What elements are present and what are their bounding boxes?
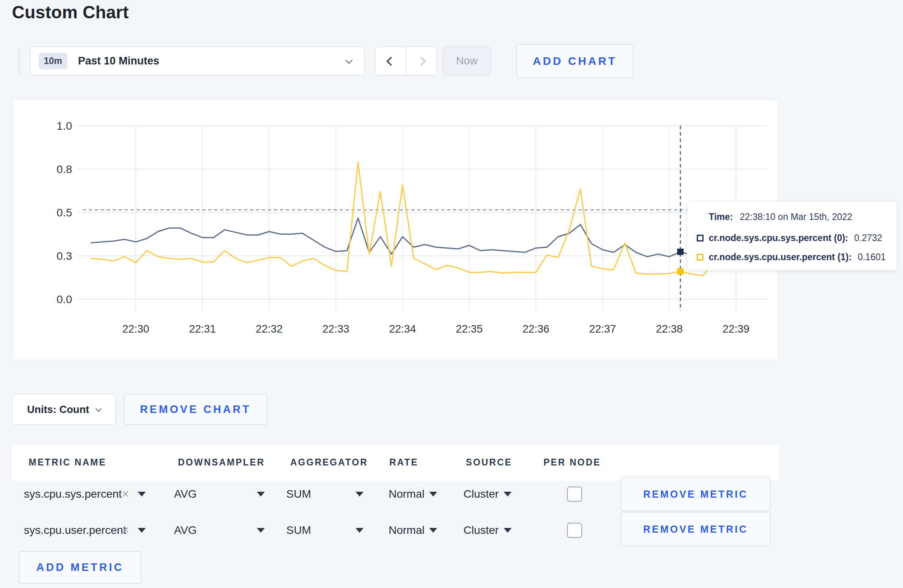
time-next-button[interactable] — [406, 47, 436, 75]
clear-metric-icon[interactable]: × — [122, 524, 129, 536]
time-range-label: Past 10 Minutes — [78, 55, 159, 67]
tooltip-series-user-label: cr.node.sys.cpu.user.percent (1): — [709, 252, 852, 263]
tooltip-series-user-value: 0.1601 — [858, 252, 885, 263]
metric-name-select[interactable]: sys.cpu.sys.percent — [24, 488, 122, 500]
remove-chart-button[interactable]: REMOVE CHART — [124, 394, 267, 425]
svg-text:1.0: 1.0 — [57, 120, 72, 132]
metrics-table-header: METRIC NAME DOWNSAMPLER AGGREGATOR RATE … — [12, 445, 778, 481]
remove-metric-button[interactable]: REMOVE METRIC — [621, 512, 770, 546]
svg-text:0.5: 0.5 — [57, 206, 72, 219]
chevron-left-icon — [386, 56, 395, 66]
chevron-right-icon — [417, 56, 426, 66]
svg-text:22:34: 22:34 — [389, 323, 416, 335]
col-header-rate: RATE — [389, 457, 418, 468]
source-value: Cluster — [463, 524, 499, 537]
remove-metric-button[interactable]: REMOVE METRIC — [621, 477, 770, 511]
col-header-downsampler: DOWNSAMPLER — [178, 457, 265, 468]
page-title: Custom Chart — [12, 1, 129, 24]
rate-value: Normal — [389, 524, 424, 537]
time-nav-group — [375, 47, 437, 76]
time-range-dropdown[interactable]: 10m Past 10 Minutes — [30, 47, 365, 76]
chart-card[interactable]: 0.00.30.50.81.022:3022:3122:3222:3322:34… — [13, 99, 778, 360]
col-header-per-node: PER NODE — [543, 457, 601, 468]
rate-select[interactable]: Normal — [389, 524, 437, 537]
col-header-aggregator: AGGREGATOR — [290, 457, 368, 468]
rate-caret-icon — [429, 528, 437, 533]
rate-value: Normal — [389, 488, 424, 500]
svg-text:22:36: 22:36 — [522, 323, 549, 335]
downsampler-select[interactable]: AVG — [174, 488, 197, 500]
tooltip-series-sys-label: cr.node.sys.cpu.sys.percent (0): — [709, 233, 848, 243]
clear-metric-icon[interactable]: × — [122, 488, 129, 500]
aggregator-select[interactable]: SUM — [286, 524, 311, 537]
tooltip-series-sys-value: 0.2732 — [854, 233, 882, 243]
rate-select[interactable]: Normal — [389, 488, 437, 500]
chart-hover-tooltip: Time: 22:38:10 on Mar 15th, 2022 cr.node… — [687, 201, 897, 271]
per-node-checkbox[interactable] — [567, 523, 582, 538]
source-value: Cluster — [463, 488, 499, 500]
svg-text:22:35: 22:35 — [456, 323, 483, 335]
series-sys-swatch-icon — [697, 235, 704, 241]
rate-caret-icon — [429, 492, 437, 496]
units-dropdown[interactable]: Units: Count — [12, 394, 116, 425]
tooltip-time-value: 22:38:10 on Mar 15th, 2022 — [740, 212, 852, 222]
metric-caret-icon[interactable] — [138, 528, 146, 533]
tooltip-time-label: Time: — [709, 212, 733, 222]
metric-caret-icon[interactable] — [138, 492, 146, 496]
svg-text:0.0: 0.0 — [57, 293, 72, 306]
time-prev-button[interactable] — [376, 47, 406, 75]
add-chart-button[interactable]: ADD CHART — [516, 44, 633, 78]
chevron-down-icon — [345, 56, 352, 64]
aggregator-caret-icon[interactable] — [356, 492, 364, 496]
toolbar-divider — [19, 47, 20, 75]
col-header-metric-name: METRIC NAME — [29, 457, 106, 468]
svg-text:22:37: 22:37 — [589, 323, 616, 335]
svg-text:22:39: 22:39 — [723, 323, 750, 335]
chevron-down-icon — [96, 405, 102, 412]
source-select[interactable]: Cluster — [463, 488, 512, 500]
cpu-percent-line-chart[interactable]: 0.00.30.50.81.022:3022:3122:3222:3322:34… — [13, 100, 778, 360]
svg-text:22:32: 22:32 — [256, 323, 283, 335]
per-node-checkbox[interactable] — [567, 487, 582, 502]
svg-text:22:30: 22:30 — [122, 323, 149, 335]
time-range-badge: 10m — [39, 53, 67, 69]
units-label: Units: Count — [27, 403, 89, 416]
svg-text:22:33: 22:33 — [322, 323, 350, 335]
aggregator-select[interactable]: SUM — [286, 488, 311, 500]
source-caret-icon — [504, 492, 512, 496]
series-user-swatch-icon — [697, 254, 704, 261]
add-metric-button[interactable]: ADD METRIC — [19, 551, 141, 584]
aggregator-caret-icon[interactable] — [356, 528, 364, 533]
custom-chart-page: Custom Chart 10m Past 10 Minutes Now ADD… — [0, 0, 903, 588]
source-select[interactable]: Cluster — [463, 524, 512, 537]
now-button[interactable]: Now — [443, 47, 491, 76]
svg-text:22:31: 22:31 — [189, 323, 216, 335]
source-caret-icon — [504, 528, 512, 533]
downsampler-caret-icon[interactable] — [257, 492, 265, 496]
svg-text:0.3: 0.3 — [57, 250, 72, 262]
downsampler-select[interactable]: AVG — [174, 524, 197, 537]
metric-name-select[interactable]: sys.cpu.user.percent — [24, 524, 126, 537]
svg-text:22:38: 22:38 — [656, 323, 683, 335]
svg-text:0.8: 0.8 — [57, 163, 72, 175]
col-header-source: SOURCE — [466, 457, 512, 468]
downsampler-caret-icon[interactable] — [257, 528, 265, 533]
